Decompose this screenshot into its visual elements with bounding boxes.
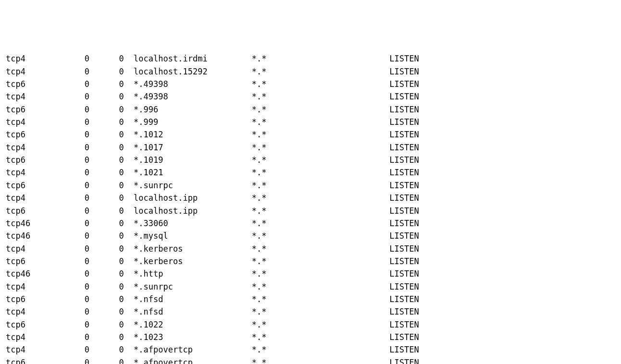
netstat-row: tcp4 0 0 *.kerberos *.* LISTEN bbox=[6, 243, 615, 255]
netstat-row: tcp4 0 0 *.1021 *.* LISTEN bbox=[6, 166, 615, 179]
netstat-row: tcp6 0 0 *.sunrpc *.* LISTEN bbox=[6, 179, 615, 192]
netstat-row: tcp6 0 0 localhost.ipp *.* LISTEN bbox=[6, 205, 615, 217]
netstat-row: tcp46 0 0 *.mysql *.* LISTEN bbox=[6, 230, 615, 242]
netstat-row: tcp46 0 0 *.http *.* LISTEN bbox=[6, 267, 615, 280]
netstat-row: tcp4 0 0 localhost.ipp *.* LISTEN bbox=[6, 192, 615, 204]
netstat-row: tcp4 0 0 *.nfsd *.* LISTEN bbox=[6, 305, 615, 318]
netstat-row: tcp4 0 0 localhost.15292 *.* LISTEN bbox=[6, 65, 615, 78]
netstat-row: tcp6 0 0 *.49398 *.* LISTEN bbox=[6, 78, 615, 90]
netstat-row: tcp4 0 0 *.1017 *.* LISTEN bbox=[6, 141, 615, 154]
netstat-row: tcp6 0 0 *.afpovertcp *.* LISTEN bbox=[6, 356, 615, 364]
netstat-row: tcp4 0 0 localhost.irdmi *.* LISTEN bbox=[6, 52, 615, 65]
netstat-row: tcp6 0 0 *.1012 *.* LISTEN bbox=[6, 128, 615, 141]
netstat-output[interactable]: tcp4 0 0 localhost.irdmi *.* LISTENtcp4 … bbox=[6, 52, 615, 364]
netstat-row: tcp6 0 0 *.1019 *.* LISTEN bbox=[6, 154, 615, 166]
netstat-row: tcp6 0 0 *.kerberos *.* LISTEN bbox=[6, 255, 615, 267]
netstat-row: tcp6 0 0 *.1022 *.* LISTEN bbox=[6, 318, 615, 331]
netstat-row: tcp4 0 0 *.49398 *.* LISTEN bbox=[6, 90, 615, 103]
netstat-row: tcp46 0 0 *.33060 *.* LISTEN bbox=[6, 217, 615, 230]
netstat-row: tcp6 0 0 *.996 *.* LISTEN bbox=[6, 103, 615, 116]
netstat-row: tcp4 0 0 *.999 *.* LISTEN bbox=[6, 116, 615, 128]
netstat-row: tcp6 0 0 *.nfsd *.* LISTEN bbox=[6, 293, 615, 305]
netstat-row: tcp4 0 0 *.1023 *.* LISTEN bbox=[6, 331, 615, 343]
netstat-row: tcp4 0 0 *.afpovertcp *.* LISTEN bbox=[6, 343, 615, 356]
netstat-row: tcp4 0 0 *.sunrpc *.* LISTEN bbox=[6, 280, 615, 293]
